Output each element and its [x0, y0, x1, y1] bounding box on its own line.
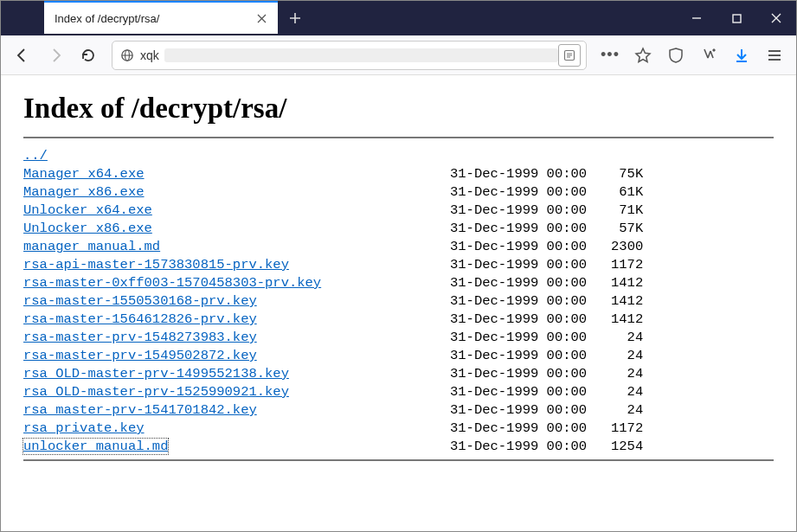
- url-redacted: [164, 48, 558, 62]
- file-link[interactable]: rsa-api-master-1573830815-prv.key: [23, 257, 289, 272]
- file-link[interactable]: manager_manual.md: [23, 239, 160, 254]
- extensions-icon[interactable]: [694, 41, 723, 70]
- parent-dir-link[interactable]: ../: [23, 148, 48, 163]
- reload-button[interactable]: [74, 41, 103, 70]
- file-link[interactable]: rsa_private.key: [23, 420, 145, 436]
- file-link[interactable]: rsa-master-prv-1548273983.key: [23, 330, 257, 345]
- file-link[interactable]: rsa_master-prv-1541701842.key: [23, 402, 257, 418]
- downloads-button[interactable]: [727, 41, 756, 70]
- maximize-button[interactable]: [717, 1, 756, 35]
- bookmark-button[interactable]: [628, 41, 658, 70]
- file-link[interactable]: rsa_OLD-master-prv-1525990921.key: [23, 384, 289, 400]
- toolbar: xqk •••: [1, 35, 796, 75]
- close-tab-button[interactable]: [254, 10, 269, 26]
- file-link[interactable]: Manager_x64.exe: [23, 166, 145, 182]
- file-link[interactable]: rsa-master-1564612826-prv.key: [23, 311, 257, 327]
- divider-top: [23, 137, 774, 138]
- file-link[interactable]: Manager_x86.exe: [23, 184, 145, 200]
- titlebar: Index of /decrypt/rsa/: [1, 1, 796, 35]
- tab-title: Index of /decrypt/rsa/: [55, 12, 254, 25]
- close-window-button[interactable]: [756, 1, 796, 35]
- protection-shield-icon[interactable]: [661, 41, 691, 70]
- divider-bottom: [23, 459, 774, 461]
- reader-mode-icon[interactable]: [558, 44, 581, 67]
- browser-tab-active[interactable]: Index of /decrypt/rsa/: [44, 1, 278, 34]
- file-link[interactable]: rsa_OLD-master-prv-1499552138.key: [23, 366, 289, 381]
- site-identity-icon[interactable]: [118, 46, 137, 65]
- file-link[interactable]: Unlocker_x64.exe: [23, 202, 152, 218]
- new-tab-button[interactable]: [281, 4, 309, 32]
- svg-rect-0: [733, 15, 741, 22]
- minimize-button[interactable]: [677, 1, 717, 35]
- forward-button[interactable]: [41, 41, 70, 70]
- page-content: Index of /decrypt/rsa/ ../ Manager_x64.e…: [1, 75, 796, 485]
- directory-listing: ../ Manager_x64.exe 31-Dec-1999 00:00 75…: [23, 147, 774, 456]
- file-link[interactable]: rsa-master-1550530168-prv.key: [23, 293, 257, 309]
- file-link[interactable]: Unlocker_x86.exe: [23, 221, 152, 236]
- address-bar[interactable]: xqk: [112, 41, 587, 70]
- file-link[interactable]: unlocker_manual.md: [23, 439, 168, 454]
- page-title: Index of /decrypt/rsa/: [23, 93, 774, 125]
- app-menu-button[interactable]: [760, 41, 789, 70]
- window-controls: [677, 1, 796, 35]
- page-actions-button[interactable]: •••: [595, 41, 625, 70]
- file-link[interactable]: rsa-master-0xff003-1570458303-prv.key: [23, 275, 321, 291]
- file-link[interactable]: rsa-master-prv-1549502872.key: [23, 348, 257, 363]
- url-text[interactable]: xqk: [137, 48, 558, 62]
- back-button[interactable]: [8, 41, 37, 70]
